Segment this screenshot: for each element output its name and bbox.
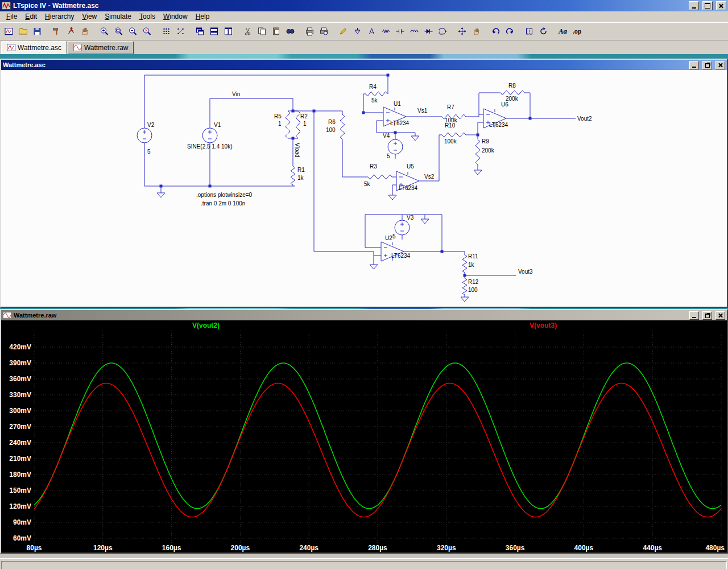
schematic-label: 1 [303, 121, 307, 127]
waveform-plot[interactable]: 60mV90mV120mV150mV180mV210mV240mV270mV30… [1, 320, 727, 552]
tab-wattmetre-asc[interactable]: Wattmetre.asc [1, 41, 67, 54]
menu-view[interactable]: View [78, 12, 101, 21]
app-titlebar[interactable]: LTspice IV - Wattmetre.asc [0, 0, 728, 11]
x-tick-label: 320µs [437, 544, 456, 552]
place-capacitor-icon [395, 27, 405, 36]
find-button[interactable] [283, 24, 297, 38]
menu-simulate[interactable]: Simulate [101, 12, 135, 21]
paste-icon [271, 27, 281, 36]
statusbar [0, 558, 728, 569]
place-net-label-button[interactable] [365, 24, 379, 38]
document-tabbar: Wattmetre.asc Wattmetre.raw [0, 40, 728, 54]
grid-button[interactable] [159, 24, 173, 38]
print-button[interactable] [303, 24, 317, 38]
tile-horizontal-icon [209, 27, 219, 36]
run-button[interactable] [64, 24, 78, 38]
menu-file[interactable]: File [2, 12, 21, 21]
save-button[interactable] [30, 24, 44, 38]
place-ground-button[interactable] [350, 24, 365, 38]
schematic-window-title: Wattmetre.asc [3, 61, 46, 68]
mdi-area: Wattmetre.asc V25V1SINE(2.5 1.4 10k)VinR… [0, 54, 728, 558]
undo-button[interactable] [489, 24, 503, 38]
tile-horizontal-button[interactable] [207, 24, 221, 38]
control-panel-button[interactable] [49, 24, 64, 38]
tile-vertical-button[interactable] [221, 24, 235, 38]
mirror-button[interactable] [522, 24, 536, 38]
menu-edit[interactable]: Edit [21, 12, 41, 21]
schematic-close-button[interactable] [715, 61, 725, 69]
schematic-window-titlebar[interactable]: Wattmetre.asc [1, 60, 727, 70]
grid-snap-button[interactable] [173, 24, 188, 38]
spice-directive-button[interactable]: .op [570, 24, 584, 38]
place-capacitor-button[interactable] [393, 24, 407, 38]
status-message [1, 561, 727, 569]
y-tick-label: 120mV [9, 502, 31, 510]
tab-wattmetre-raw[interactable]: Wattmetre.raw [68, 41, 134, 54]
cascade-windows-button[interactable] [193, 24, 207, 38]
cut-button[interactable] [241, 24, 255, 38]
schematic-label: R8 [508, 83, 516, 89]
print-preview-button[interactable] [317, 24, 331, 38]
app-minimize-button[interactable] [689, 1, 699, 10]
find-icon [286, 27, 295, 36]
place-resistor-button[interactable] [379, 24, 393, 38]
schematic-label: 1 [278, 121, 282, 127]
waveform-window-titlebar[interactable]: Wattmetre.raw [1, 310, 727, 320]
halt-button[interactable] [78, 24, 92, 38]
grid-snap-icon [176, 27, 185, 36]
schematic-label: Vout3 [518, 269, 533, 275]
redo-button[interactable] [503, 24, 517, 38]
app-icon [2, 2, 11, 10]
place-net-label-icon [367, 27, 377, 36]
draw-wire-button[interactable] [336, 24, 350, 38]
menu-tools[interactable]: Tools [135, 12, 159, 21]
schematic-labels: V25V1SINE(2.5 1.4 10k)VinR51R21VloadR11k… [147, 83, 592, 293]
schematic-label: V2 [147, 122, 155, 128]
menu-help[interactable]: Help [192, 12, 214, 21]
toolbar: Aa .op [0, 22, 728, 40]
place-resistor-icon [381, 27, 391, 36]
zoom-area-button[interactable] [111, 24, 126, 38]
schematic-label: 5 [392, 233, 396, 240]
zoom-in-button[interactable] [97, 24, 111, 38]
x-tick-label: 80µs [27, 544, 42, 552]
zoom-fit-button[interactable] [140, 24, 154, 38]
app-maximize-button[interactable] [702, 1, 713, 10]
open-file-button[interactable] [16, 24, 30, 38]
place-component-button[interactable] [436, 24, 450, 38]
paste-button[interactable] [269, 24, 283, 38]
waveform-close-button[interactable] [715, 311, 725, 320]
drag-button[interactable] [469, 24, 483, 38]
schematic-minimize-button[interactable] [689, 61, 699, 69]
place-diode-button[interactable] [421, 24, 436, 38]
schematic-label: 200k [482, 147, 495, 154]
new-schematic-icon [4, 27, 14, 36]
place-text-button[interactable]: Aa [556, 24, 570, 38]
schematic-window: Wattmetre.asc V25V1SINE(2.5 1.4 10k)VinR… [0, 59, 728, 308]
waveform-minimize-button[interactable] [689, 311, 699, 320]
run-icon [66, 27, 76, 36]
open-file-icon [18, 27, 28, 36]
schematic-canvas[interactable]: V25V1SINE(2.5 1.4 10k)VinR51R21VloadR11k… [1, 70, 727, 307]
menu-window[interactable]: Window [159, 12, 192, 21]
schematic-restore-button[interactable] [702, 61, 712, 69]
mirror-icon [524, 27, 534, 36]
schematic-label: R5 [274, 113, 282, 119]
copy-button[interactable] [255, 24, 269, 38]
place-ground-icon [353, 27, 362, 36]
zoom-out-icon [128, 27, 138, 36]
rotate-button[interactable] [536, 24, 551, 38]
app-close-button[interactable] [716, 1, 726, 10]
new-schematic-button[interactable] [2, 24, 16, 38]
zoom-out-button[interactable] [126, 24, 140, 38]
menu-hierarchy[interactable]: Hierarchy [41, 12, 78, 21]
zoom-fit-icon [142, 27, 152, 36]
schematic-label: Vs1 [417, 108, 428, 114]
place-inductor-button[interactable] [407, 24, 421, 38]
y-tick-label: 300mV [9, 407, 31, 415]
y-tick-label: 420mV [9, 343, 31, 351]
move-button[interactable] [455, 24, 469, 38]
schematic-label: R12 [468, 279, 479, 285]
waveform-restore-button[interactable] [702, 311, 712, 320]
schematic-label: R7 [447, 104, 454, 110]
